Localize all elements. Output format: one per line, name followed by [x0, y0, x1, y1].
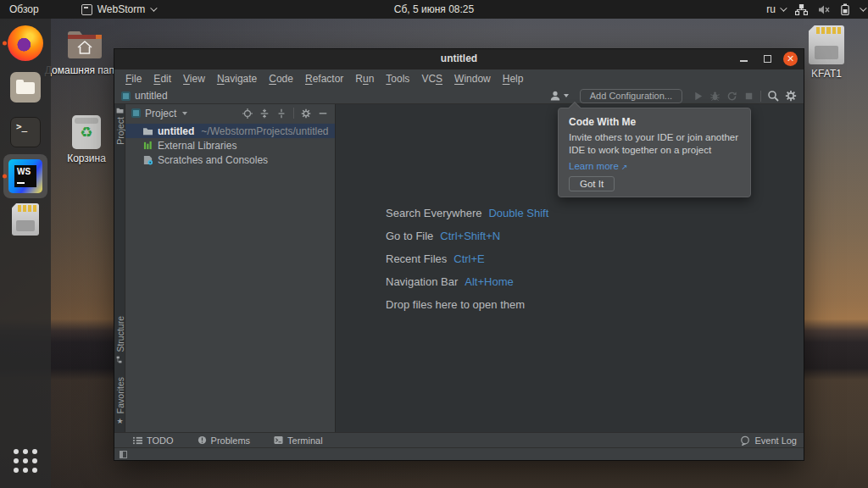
collapse-all-button[interactable] [276, 108, 287, 119]
chevron-down-icon [564, 94, 569, 97]
todo-tab[interactable]: TODO [133, 435, 174, 446]
dock-files[interactable] [0, 72, 51, 103]
menu-view[interactable]: View [177, 73, 211, 85]
webstorm-mini-icon [81, 4, 92, 15]
main-toolbar: untitled Add Configuration... [114, 87, 804, 104]
project-folder-icon [121, 92, 131, 101]
tool-window-bar: TODO Problems Terminal Event Log [114, 432, 804, 447]
app-menu-label: WebStorm [97, 3, 145, 15]
popup-body: Invite others to your IDE or join anothe… [569, 131, 743, 157]
keyboard-layout-indicator[interactable]: ru [766, 3, 785, 15]
run-button[interactable] [693, 91, 704, 102]
navigation-breadcrumb[interactable]: untitled [121, 87, 168, 104]
menu-window[interactable]: Window [448, 73, 497, 85]
folder-icon [142, 126, 153, 136]
code-with-me-button[interactable] [549, 90, 569, 102]
firefox-icon [8, 25, 43, 61]
tool-tab-favorites[interactable]: Favorites ★ [114, 377, 125, 425]
menu-run[interactable]: Run [349, 73, 380, 85]
run-with-coverage-button[interactable] [726, 91, 737, 102]
chevron-down-icon [780, 4, 787, 11]
activities-button[interactable]: Обзор [0, 0, 48, 19]
chevron-down-icon [150, 4, 157, 11]
problems-icon [198, 435, 207, 445]
terminal-tab[interactable]: Terminal [274, 435, 323, 446]
left-tool-strip: Project Structure Favorites ★ [114, 104, 125, 432]
menu-file[interactable]: File [120, 73, 147, 85]
star-icon: ★ [116, 417, 123, 425]
code-with-me-popup: Code With Me Invite others to your IDE o… [558, 108, 751, 197]
volume-muted-icon[interactable] [818, 4, 831, 15]
dock: >_ WS [0, 19, 51, 488]
tool-window-toggle-icon[interactable] [120, 451, 127, 458]
scratches-icon [142, 155, 153, 165]
panel-options-gear-icon[interactable] [301, 108, 311, 119]
tree-row-untitled[interactable]: untitled ~/WebstormProjects/untitled [125, 124, 335, 138]
menu-bar: File Edit View Navigate Code Refactor Ru… [114, 69, 804, 87]
show-applications-button[interactable] [0, 449, 51, 473]
network-icon[interactable] [795, 4, 808, 15]
menu-refactor[interactable]: Refactor [299, 73, 349, 85]
menu-help[interactable]: Help [497, 73, 530, 85]
project-tree: untitled ~/WebstormProjects/untitled Ext… [125, 124, 335, 167]
library-icon [142, 141, 153, 150]
expand-all-button[interactable] [259, 108, 270, 119]
maximize-button[interactable] [764, 55, 771, 63]
running-indicator [3, 175, 7, 179]
popup-title: Code With Me [569, 116, 740, 128]
files-icon [10, 72, 41, 103]
menu-vcs[interactable]: VCS [415, 73, 448, 85]
tool-tab-structure[interactable]: Structure [114, 316, 125, 363]
dock-webstorm[interactable]: WS [0, 154, 51, 198]
tool-tab-project[interactable]: Project [114, 107, 125, 145]
webstorm-window: untitled ✕ File Edit View Navigate Code … [114, 49, 804, 460]
system-menu-chevron-icon[interactable] [860, 4, 866, 11]
toolbar-divider [760, 91, 761, 102]
hide-panel-button[interactable] [318, 108, 328, 119]
dock-terminal[interactable]: >_ [0, 117, 51, 147]
search-everywhere-button[interactable] [767, 90, 779, 102]
app-menu[interactable]: WebStorm [72, 0, 164, 19]
dock-firefox[interactable] [0, 25, 51, 61]
window-title: untitled [114, 53, 804, 64]
menu-navigate[interactable]: Navigate [211, 73, 263, 85]
tree-row-external-libraries[interactable]: External Libraries [125, 138, 335, 152]
learn-more-link[interactable]: Learn more ↗ [569, 161, 740, 171]
clock[interactable]: Сб, 5 июня 08:25 [394, 3, 474, 15]
event-log-button[interactable]: Event Log [740, 435, 797, 446]
webstorm-icon: WS [8, 159, 42, 193]
window-titlebar[interactable]: untitled ✕ [114, 49, 804, 69]
stop-button[interactable] [743, 91, 754, 102]
debug-button[interactable] [709, 91, 721, 102]
close-button[interactable]: ✕ [783, 52, 798, 66]
project-panel-title[interactable]: Project [145, 108, 176, 119]
keyboard-layout-label: ru [766, 3, 776, 15]
desktop: Обзор WebStorm Сб, 5 июня 08:25 ru [0, 0, 868, 488]
menu-code[interactable]: Code [263, 73, 299, 85]
trash-icon: ♻ [72, 115, 101, 149]
add-configuration-button[interactable]: Add Configuration... [580, 89, 682, 103]
project-icon [131, 108, 141, 118]
structure-icon [116, 356, 124, 363]
drop-files-hint: Drop files here to open them [386, 298, 548, 310]
battery-icon[interactable] [841, 3, 849, 15]
project-panel: Project [125, 104, 335, 432]
apps-grid-icon [14, 449, 37, 473]
menu-tools[interactable]: Tools [380, 73, 415, 85]
external-link-arrow-icon: ↗ [621, 163, 628, 171]
running-indicator [3, 42, 7, 46]
problems-tab[interactable]: Problems [198, 435, 250, 446]
event-log-balloon-icon [740, 435, 750, 446]
sdcard-icon [809, 25, 844, 64]
menu-edit[interactable]: Edit [147, 73, 177, 85]
breadcrumb-label: untitled [135, 90, 168, 102]
locate-file-button[interactable] [242, 108, 253, 119]
got-it-button[interactable]: Got It [569, 176, 615, 191]
tree-row-scratches[interactable]: Scratches and Consoles [125, 152, 335, 167]
user-icon [549, 90, 561, 102]
dock-sdcard[interactable] [0, 203, 51, 236]
settings-gear-icon[interactable] [785, 90, 797, 102]
minimize-button[interactable] [740, 60, 748, 62]
folder-icon [116, 107, 124, 114]
terminal-app-icon: >_ [10, 117, 41, 147]
